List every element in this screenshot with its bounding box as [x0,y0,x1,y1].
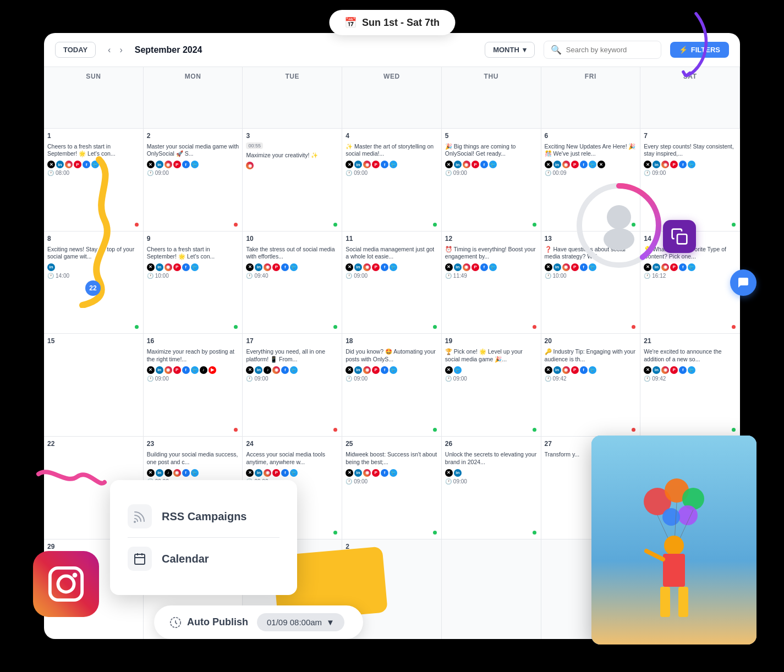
calendar-cell[interactable]: 20🔑 Industry Tip: Engaging with your aud… [541,334,641,437]
today-button[interactable]: TODAY [55,42,96,58]
next-button[interactable]: › [116,43,125,57]
status-dot-green [533,223,536,227]
social-icons: ✕in♪◉f🐦 [147,469,239,477]
x-icon: ✕ [445,469,453,477]
yellow-squiggle-deco [17,154,127,308]
day-number: 21 [644,337,737,345]
social-icons: ✕in◉Pf🐦 [147,161,239,168]
li-icon: in [156,469,163,477]
tw-icon: 🐦 [390,469,397,477]
pi-icon: P [173,263,181,271]
datetime-pill[interactable]: 01/09 08:00am ▼ [257,613,344,631]
calendar-cell[interactable]: 10Take the stress out of social media wi… [243,232,342,334]
event-text: 🔑 Industry Tip: Engaging with your audie… [545,348,637,363]
fb-icon: f [679,263,687,271]
calendar-cell[interactable]: 4✨ Master the art of storytelling on soc… [342,129,442,232]
chat-bubble-icon[interactable] [730,269,756,296]
calendar-cell[interactable]: 16Maximize your reach by posting at the … [144,334,243,437]
ig-icon: ◉ [363,469,371,477]
svg-point-17 [662,508,680,526]
social-icons: ✕in◉Pf🐦✕ [545,161,637,168]
x-icon: ✕ [545,263,552,271]
calendar-cell[interactable]: 12⏰ Timing is everything! Boost your eng… [442,232,541,334]
tw-icon: 🐦 [191,366,199,374]
calendar-cell[interactable]: 19🏆 Pick one! 🌟 Level up your social med… [442,334,541,437]
search-box: 🔍 [544,41,661,59]
x-icon: ✕ [147,469,155,477]
calendar-cell[interactable] [442,539,541,639]
svg-rect-22 [663,554,685,587]
status-dot-green [433,428,437,432]
fb-icon: f [580,161,588,168]
status-dot-green [732,428,736,432]
instagram-icon [33,551,99,617]
calendar-cell[interactable]: 15 [44,334,144,437]
status-dot-green [533,428,536,432]
status-dot-green [333,223,337,227]
pi-icon: P [571,161,579,168]
calendar-cell[interactable]: 5🎉 Big things are coming to OnlySocial! … [442,129,541,232]
search-input[interactable] [566,46,654,54]
calendar-cell[interactable]: 9Cheers to a fresh start in September! 🌟… [144,232,243,334]
calendar-cell[interactable]: 26Unlock the secrets to elevating your b… [442,437,541,539]
month-select[interactable]: MONTH ▾ [485,42,535,58]
social-icons: ✕in◉Pf🐦 [644,161,737,168]
prev-button[interactable]: ‹ [105,43,114,57]
tw-icon: 🐦 [390,161,397,168]
ig-icon: ◉ [165,366,172,374]
calendar-cell[interactable]: 21We're excited to announce the addition… [640,334,740,437]
event-text: Master your social media game with OnlyS… [147,143,239,158]
event-time: 🕐 10:00 [545,273,637,279]
ig-icon: ◉ [165,263,172,271]
day-number: 11 [346,235,438,243]
tw-icon: 🐦 [290,366,298,374]
event-time: 🕐 09:00 [644,170,737,176]
day-number: 22 [47,440,140,448]
event-card: We're excited to announce the addition o… [644,347,737,364]
event-text: We're excited to announce the addition o… [644,348,737,363]
tk-icon: ♪ [264,366,271,374]
pi-icon: P [472,263,479,271]
fb-icon: f [281,263,289,271]
calendar-cell[interactable]: 2Master your social media game with Only… [144,129,243,232]
pi-icon: P [571,366,579,374]
tw-icon: 🐦 [191,161,199,168]
status-dot-green [732,223,736,227]
pi-icon: P [173,161,181,168]
calendar-cell[interactable]: 18Did you know? 🤩 Automating your posts … [342,334,442,437]
ig-icon: ◉ [264,263,271,271]
tw-icon: 🐦 [688,161,695,168]
calendar-item[interactable]: Calendar [128,538,279,580]
fb-icon: f [381,161,388,168]
rss-icon [128,504,152,528]
tk-icon: ♪ [165,469,172,477]
svg-rect-11 [677,234,687,244]
social-icons: ✕in◉Pf🐦 [545,366,637,374]
copy-icon-overlay [663,220,696,253]
auto-publish-icon [169,616,182,629]
event-card: Did you know? 🤩 Automating your posts wi… [346,347,438,364]
calendar-cell[interactable]: 300:55Maximize your creativity! ✨◉ [243,129,342,232]
event-card: 🔑 Industry Tip: Engaging with your audie… [545,347,637,364]
calendar-label: Calendar [162,553,209,565]
status-dot-green [433,223,437,227]
calendar-cell[interactable]: 11Social media management just got a who… [342,232,442,334]
ig-icon: ◉ [246,162,254,169]
fb-icon: f [381,366,388,374]
calendar-cell[interactable]: 25Midweek boost: Success isn't about bei… [342,437,442,539]
rss-campaigns-item[interactable]: RSS Campaigns [128,495,279,538]
profile-circle-overlay [575,181,663,269]
svg-point-1 [58,576,74,592]
social-icons: ✕in◉Pf🐦 [346,366,438,374]
x-icon: ✕ [346,263,353,271]
fb-icon: f [480,263,488,271]
day-number: 5 [445,132,538,140]
event-card: Take the stress out of social media with… [246,245,338,262]
pink-squiggle-deco [33,463,110,507]
day-number: 25 [346,440,438,448]
calendar-cell[interactable]: 17Everything you need, all in one platfo… [243,334,342,437]
event-text: Did you know? 🤩 Automating your posts wi… [346,348,438,363]
event-time: 🕐 16:12 [644,273,737,279]
event-time: 🕐 09:00 [147,170,239,176]
status-dot-red [732,325,736,329]
